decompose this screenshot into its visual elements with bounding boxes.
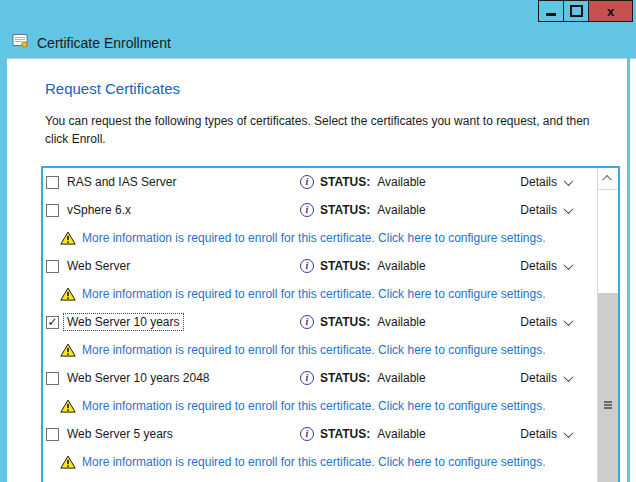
status-label: STATUS:	[320, 315, 370, 329]
cert-name[interactable]: Web Server 10 years 2048	[64, 370, 213, 386]
checkbox-web-server-10-years-2048[interactable]	[46, 372, 59, 385]
status-label: STATUS:	[320, 427, 370, 441]
status-value: Available	[377, 259, 425, 273]
cert-row-web-server-5-years[interactable]: Web Server 5 years i STATUS: Available D…	[43, 420, 597, 448]
checkbox-web-server-5-years[interactable]	[46, 428, 59, 441]
status-label: STATUS:	[320, 259, 370, 273]
warning-row: More information is required to enroll f…	[43, 336, 597, 364]
chevron-down-icon	[564, 204, 574, 214]
warning-link[interactable]: More information is required to enroll f…	[82, 231, 546, 245]
chevron-down-icon	[564, 260, 574, 270]
warning-icon	[60, 287, 76, 301]
cert-row-web-server[interactable]: Web Server i STATUS: Available Details	[43, 252, 597, 280]
window-border-left	[0, 58, 7, 482]
chevron-down-icon	[564, 428, 574, 438]
info-icon: i	[300, 259, 314, 273]
details-button[interactable]: Details	[520, 259, 572, 273]
info-icon: i	[300, 315, 314, 329]
info-icon: i	[300, 427, 314, 441]
status-value: Available	[377, 203, 425, 217]
cert-row-web-server-10-years-2048[interactable]: Web Server 10 years 2048 i STATUS: Avail…	[43, 364, 597, 392]
status-value: Available	[377, 427, 425, 441]
checkbox-web-server-10-years[interactable]: ✓	[46, 316, 59, 329]
maximize-icon	[570, 5, 583, 17]
warning-row: More information is required to enroll f…	[43, 280, 597, 308]
certificate-rows: RAS and IAS Server i STATUS: Available D…	[43, 168, 597, 476]
app-header: Certificate Enrollment	[12, 33, 171, 53]
scroll-up-button[interactable]	[598, 168, 618, 190]
chevron-up-icon	[602, 175, 612, 185]
warning-icon	[60, 343, 76, 357]
status-value: Available	[377, 175, 425, 189]
minimize-icon	[546, 13, 556, 16]
intro-text: You can request the following types of c…	[45, 112, 601, 148]
info-icon: i	[300, 175, 314, 189]
scrollbar-grip-icon	[604, 401, 612, 410]
warning-link[interactable]: More information is required to enroll f…	[82, 287, 546, 301]
warning-icon	[60, 455, 76, 469]
status-group: i STATUS: Available	[300, 203, 426, 217]
info-icon: i	[300, 203, 314, 217]
window-title: Certificate Enrollment	[37, 35, 171, 51]
cert-name[interactable]: Web Server 10 years	[64, 314, 183, 330]
warning-link[interactable]: More information is required to enroll f…	[82, 343, 546, 357]
details-button[interactable]: Details	[520, 175, 572, 189]
chevron-down-icon	[564, 372, 574, 382]
details-button[interactable]: Details	[520, 371, 572, 385]
status-label: STATUS:	[320, 175, 370, 189]
status-group: i STATUS: Available	[300, 259, 426, 273]
caption-buttons: x	[539, 0, 633, 22]
checkbox-ras-and-ias-server[interactable]	[46, 176, 59, 189]
cert-row-ras-and-ias-server[interactable]: RAS and IAS Server i STATUS: Available D…	[43, 168, 597, 196]
status-value: Available	[377, 371, 425, 385]
cert-name[interactable]: vSphere 6.x	[64, 202, 134, 218]
warning-icon	[60, 231, 76, 245]
warning-row: More information is required to enroll f…	[43, 224, 597, 252]
checkbox-web-server[interactable]	[46, 260, 59, 273]
maximize-button[interactable]	[563, 0, 589, 22]
certificate-list: RAS and IAS Server i STATUS: Available D…	[41, 166, 620, 482]
close-icon: x	[607, 4, 614, 19]
warning-row: More information is required to enroll f…	[43, 448, 597, 476]
page-title: Request Certificates	[45, 80, 180, 97]
scrollbar-thumb[interactable]	[598, 293, 618, 482]
details-button[interactable]: Details	[520, 427, 572, 441]
cert-row-vsphere[interactable]: vSphere 6.x i STATUS: Available Details	[43, 196, 597, 224]
minimize-button[interactable]	[538, 0, 564, 22]
certificate-icon	[12, 33, 30, 53]
status-label: STATUS:	[320, 203, 370, 217]
warning-link[interactable]: More information is required to enroll f…	[82, 455, 546, 469]
status-group: i STATUS: Available	[300, 175, 426, 189]
info-icon: i	[300, 371, 314, 385]
details-button[interactable]: Details	[520, 315, 572, 329]
scrollbar[interactable]	[597, 168, 618, 482]
close-button[interactable]: x	[588, 0, 633, 22]
status-value: Available	[377, 315, 425, 329]
cert-name[interactable]: RAS and IAS Server	[64, 174, 179, 190]
status-group: i STATUS: Available	[300, 315, 426, 329]
status-group: i STATUS: Available	[300, 427, 426, 441]
cert-name[interactable]: Web Server	[64, 258, 133, 274]
status-group: i STATUS: Available	[300, 371, 426, 385]
warning-row: More information is required to enroll f…	[43, 392, 597, 420]
warning-icon	[60, 399, 76, 413]
warning-link[interactable]: More information is required to enroll f…	[82, 399, 546, 413]
checkbox-vsphere[interactable]	[46, 204, 59, 217]
cert-row-web-server-10-years[interactable]: ✓ Web Server 10 years i STATUS: Availabl…	[43, 308, 597, 336]
cert-name[interactable]: Web Server 5 years	[64, 426, 176, 442]
details-button[interactable]: Details	[520, 203, 572, 217]
status-label: STATUS:	[320, 371, 370, 385]
chevron-down-icon	[564, 176, 574, 186]
chevron-down-icon	[564, 316, 574, 326]
window-border-right	[627, 58, 630, 482]
